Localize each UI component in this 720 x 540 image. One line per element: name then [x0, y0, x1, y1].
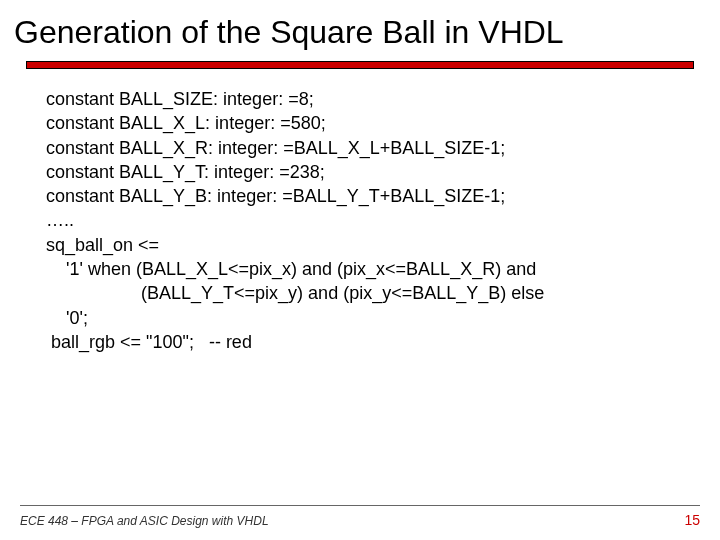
code-line: '1' when (BALL_X_L<=pix_x) and (pix_x<=B…: [46, 257, 680, 281]
code-block: constant BALL_SIZE: integer: =8; constan…: [46, 87, 680, 354]
code-line: constant BALL_SIZE: integer: =8;: [46, 87, 680, 111]
code-line: constant BALL_Y_B: integer: =BALL_Y_T+BA…: [46, 184, 680, 208]
code-line: (BALL_Y_T<=pix_y) and (pix_y<=BALL_Y_B) …: [46, 281, 680, 305]
footer-divider: [20, 505, 700, 506]
code-line: ball_rgb <= "100"; -- red: [46, 330, 680, 354]
code-line: constant BALL_X_L: integer: =580;: [46, 111, 680, 135]
slide-title: Generation of the Square Ball in VHDL: [0, 0, 720, 59]
code-line: '0';: [46, 306, 680, 330]
page-number: 15: [684, 512, 700, 528]
footer-course: ECE 448 – FPGA and ASIC Design with VHDL: [20, 514, 269, 528]
code-line: constant BALL_X_R: integer: =BALL_X_L+BA…: [46, 136, 680, 160]
title-underline: [26, 61, 694, 69]
code-line: …..: [46, 208, 680, 232]
code-line: constant BALL_Y_T: integer: =238;: [46, 160, 680, 184]
slide: Generation of the Square Ball in VHDL co…: [0, 0, 720, 540]
code-line: sq_ball_on <=: [46, 233, 680, 257]
